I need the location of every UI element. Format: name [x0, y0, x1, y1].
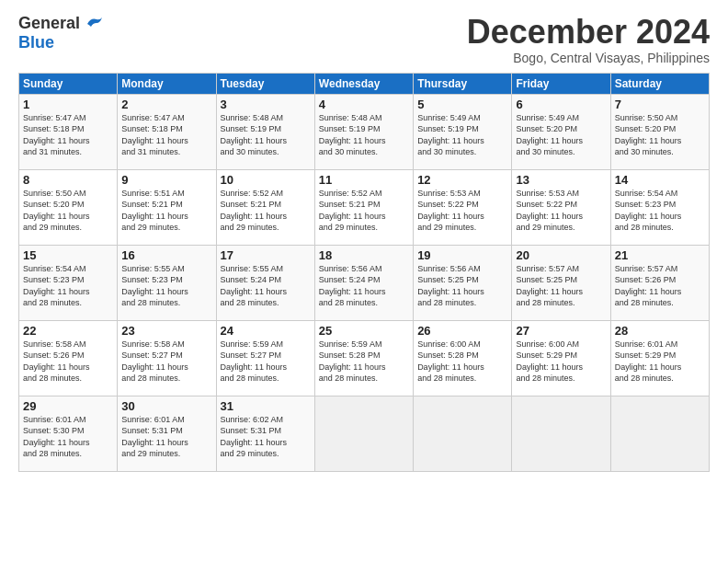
cell-w4-d6: 27Sunrise: 6:00 AM Sunset: 5:29 PM Dayli… [512, 320, 610, 396]
week-row-4: 22Sunrise: 5:58 AM Sunset: 5:26 PM Dayli… [19, 320, 710, 396]
day-info: Sunrise: 5:50 AM Sunset: 5:20 PM Dayligh… [23, 188, 113, 234]
cell-w2-d6: 13Sunrise: 5:53 AM Sunset: 5:22 PM Dayli… [512, 169, 610, 245]
day-info: Sunrise: 5:47 AM Sunset: 5:18 PM Dayligh… [121, 112, 211, 158]
day-info: Sunrise: 5:48 AM Sunset: 5:19 PM Dayligh… [319, 112, 409, 158]
day-info: Sunrise: 5:47 AM Sunset: 5:18 PM Dayligh… [23, 112, 113, 158]
cell-w1-d4: 4Sunrise: 5:48 AM Sunset: 5:19 PM Daylig… [314, 94, 413, 169]
cell-w1-d2: 2Sunrise: 5:47 AM Sunset: 5:18 PM Daylig… [118, 94, 216, 169]
col-sunday: Sunday [19, 73, 118, 94]
cell-w4-d7: 28Sunrise: 6:01 AM Sunset: 5:29 PM Dayli… [610, 320, 709, 396]
day-number: 8 [23, 173, 113, 187]
cell-w2-d3: 10Sunrise: 5:52 AM Sunset: 5:21 PM Dayli… [216, 169, 314, 245]
day-number: 20 [516, 248, 606, 262]
day-number: 15 [23, 248, 113, 262]
day-number: 2 [121, 98, 211, 111]
day-number: 6 [516, 98, 606, 111]
cell-w1-d5: 5Sunrise: 5:49 AM Sunset: 5:19 PM Daylig… [414, 94, 512, 169]
page: General Blue December 2024 Bogo, Central… [0, 0, 728, 563]
cell-w5-d4 [314, 396, 413, 471]
day-number: 16 [121, 248, 211, 262]
day-info: Sunrise: 5:59 AM Sunset: 5:27 PM Dayligh… [221, 339, 311, 385]
calendar-table: Sunday Monday Tuesday Wednesday Thursday… [18, 73, 710, 472]
month-title: December 2024 [467, 14, 710, 51]
day-number: 22 [23, 324, 113, 338]
day-number: 7 [615, 98, 705, 111]
logo-bird-icon [84, 16, 104, 32]
cell-w3-d4: 18Sunrise: 5:56 AM Sunset: 5:24 PM Dayli… [314, 245, 413, 320]
day-info: Sunrise: 5:49 AM Sunset: 5:19 PM Dayligh… [417, 112, 507, 158]
cell-w3-d5: 19Sunrise: 5:56 AM Sunset: 5:25 PM Dayli… [414, 245, 512, 320]
day-info: Sunrise: 5:52 AM Sunset: 5:21 PM Dayligh… [319, 188, 409, 234]
day-info: Sunrise: 5:49 AM Sunset: 5:20 PM Dayligh… [516, 112, 606, 158]
day-info: Sunrise: 6:01 AM Sunset: 5:29 PM Dayligh… [615, 339, 705, 385]
header: General Blue December 2024 Bogo, Central… [18, 14, 710, 65]
cell-w1-d1: 1Sunrise: 5:47 AM Sunset: 5:18 PM Daylig… [19, 94, 118, 169]
cell-w2-d1: 8Sunrise: 5:50 AM Sunset: 5:20 PM Daylig… [19, 169, 118, 245]
logo: General Blue [18, 14, 104, 52]
cell-w1-d7: 7Sunrise: 5:50 AM Sunset: 5:20 PM Daylig… [610, 94, 709, 169]
col-monday: Monday [118, 73, 216, 94]
cell-w4-d2: 23Sunrise: 5:58 AM Sunset: 5:27 PM Dayli… [118, 320, 216, 396]
day-number: 28 [615, 324, 705, 338]
day-number: 11 [319, 173, 409, 187]
cell-w5-d1: 29Sunrise: 6:01 AM Sunset: 5:30 PM Dayli… [19, 396, 118, 471]
day-info: Sunrise: 5:55 AM Sunset: 5:24 PM Dayligh… [221, 263, 311, 309]
day-number: 18 [319, 248, 409, 262]
cell-w4-d1: 22Sunrise: 5:58 AM Sunset: 5:26 PM Dayli… [19, 320, 118, 396]
day-number: 5 [417, 98, 507, 111]
cell-w1-d6: 6Sunrise: 5:49 AM Sunset: 5:20 PM Daylig… [512, 94, 610, 169]
day-number: 25 [319, 324, 409, 338]
calendar-body: 1Sunrise: 5:47 AM Sunset: 5:18 PM Daylig… [19, 94, 710, 471]
week-row-2: 8Sunrise: 5:50 AM Sunset: 5:20 PM Daylig… [19, 169, 710, 245]
day-info: Sunrise: 6:02 AM Sunset: 5:31 PM Dayligh… [221, 414, 311, 460]
day-number: 31 [221, 399, 311, 413]
day-number: 19 [417, 248, 507, 262]
day-number: 13 [516, 173, 606, 187]
day-number: 30 [121, 399, 211, 413]
cell-w3-d7: 21Sunrise: 5:57 AM Sunset: 5:26 PM Dayli… [610, 245, 709, 320]
day-info: Sunrise: 5:58 AM Sunset: 5:27 PM Dayligh… [121, 339, 211, 385]
cell-w1-d3: 3Sunrise: 5:48 AM Sunset: 5:19 PM Daylig… [216, 94, 314, 169]
day-info: Sunrise: 5:53 AM Sunset: 5:22 PM Dayligh… [516, 188, 606, 234]
cell-w5-d2: 30Sunrise: 6:01 AM Sunset: 5:31 PM Dayli… [118, 396, 216, 471]
day-info: Sunrise: 5:56 AM Sunset: 5:25 PM Dayligh… [417, 263, 507, 309]
day-info: Sunrise: 5:58 AM Sunset: 5:26 PM Dayligh… [23, 339, 113, 385]
cell-w5-d5 [414, 396, 512, 471]
cell-w4-d5: 26Sunrise: 6:00 AM Sunset: 5:28 PM Dayli… [414, 320, 512, 396]
cell-w3-d1: 15Sunrise: 5:54 AM Sunset: 5:23 PM Dayli… [19, 245, 118, 320]
day-info: Sunrise: 5:57 AM Sunset: 5:25 PM Dayligh… [516, 263, 606, 309]
day-info: Sunrise: 5:52 AM Sunset: 5:21 PM Dayligh… [221, 188, 311, 234]
cell-w2-d2: 9Sunrise: 5:51 AM Sunset: 5:21 PM Daylig… [118, 169, 216, 245]
day-info: Sunrise: 5:48 AM Sunset: 5:19 PM Dayligh… [221, 112, 311, 158]
logo-blue: Blue [18, 33, 54, 52]
cell-w4-d4: 25Sunrise: 5:59 AM Sunset: 5:28 PM Dayli… [314, 320, 413, 396]
cell-w3-d3: 17Sunrise: 5:55 AM Sunset: 5:24 PM Dayli… [216, 245, 314, 320]
day-number: 23 [121, 324, 211, 338]
cell-w3-d6: 20Sunrise: 5:57 AM Sunset: 5:25 PM Dayli… [512, 245, 610, 320]
week-row-5: 29Sunrise: 6:01 AM Sunset: 5:30 PM Dayli… [19, 396, 710, 471]
col-tuesday: Tuesday [216, 73, 314, 94]
day-number: 24 [221, 324, 311, 338]
day-info: Sunrise: 5:51 AM Sunset: 5:21 PM Dayligh… [121, 188, 211, 234]
col-friday: Friday [512, 73, 610, 94]
week-row-3: 15Sunrise: 5:54 AM Sunset: 5:23 PM Dayli… [19, 245, 710, 320]
col-thursday: Thursday [414, 73, 512, 94]
cell-w5-d7 [610, 396, 709, 471]
day-info: Sunrise: 5:50 AM Sunset: 5:20 PM Dayligh… [615, 112, 705, 158]
day-info: Sunrise: 5:54 AM Sunset: 5:23 PM Dayligh… [23, 263, 113, 309]
logo-general: General [18, 14, 80, 33]
cell-w2-d4: 11Sunrise: 5:52 AM Sunset: 5:21 PM Dayli… [314, 169, 413, 245]
day-info: Sunrise: 6:01 AM Sunset: 5:31 PM Dayligh… [121, 414, 211, 460]
day-number: 10 [221, 173, 311, 187]
day-info: Sunrise: 5:56 AM Sunset: 5:24 PM Dayligh… [319, 263, 409, 309]
day-number: 29 [23, 399, 113, 413]
day-info: Sunrise: 5:59 AM Sunset: 5:28 PM Dayligh… [319, 339, 409, 385]
day-number: 27 [516, 324, 606, 338]
day-number: 3 [221, 98, 311, 111]
cell-w4-d3: 24Sunrise: 5:59 AM Sunset: 5:27 PM Dayli… [216, 320, 314, 396]
day-number: 21 [615, 248, 705, 262]
day-info: Sunrise: 5:57 AM Sunset: 5:26 PM Dayligh… [615, 263, 705, 309]
col-saturday: Saturday [610, 73, 709, 94]
col-wednesday: Wednesday [314, 73, 413, 94]
cell-w2-d5: 12Sunrise: 5:53 AM Sunset: 5:22 PM Dayli… [414, 169, 512, 245]
